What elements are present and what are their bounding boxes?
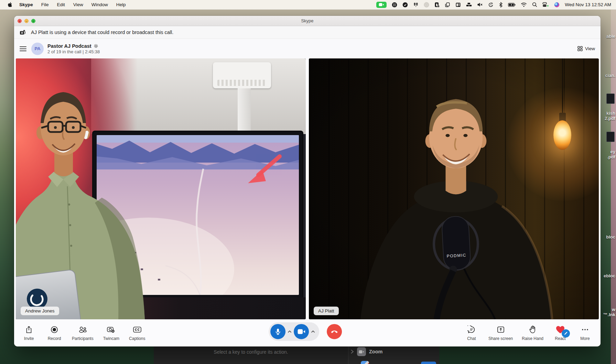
camera-active-indicator-icon[interactable] (376, 2, 387, 8)
menu-file[interactable]: File (37, 2, 53, 7)
desktop-icon-label[interactable]: cian. (605, 73, 615, 78)
sidebar-item-button[interactable] (421, 362, 436, 364)
video-tile-andrew-jones[interactable]: Andrew Jones (16, 58, 306, 319)
apple-menu-icon[interactable] (5, 2, 15, 8)
video-grid: Andrew Jones (14, 58, 601, 319)
desktop-icon-thumbnail[interactable] (606, 132, 615, 142)
menu-bar-menus: Skype File Edit View Window Help (0, 2, 130, 8)
hangup-icon (330, 327, 339, 336)
desktop-icon-label[interactable]: w ™.lnk (603, 307, 615, 317)
twincam-icon (107, 325, 116, 334)
twincam-button[interactable]: Twincam (103, 325, 119, 341)
siri-icon[interactable] (554, 2, 560, 8)
react-button[interactable]: React (552, 325, 568, 341)
grid-view-icon (577, 46, 583, 51)
background-app-canvas: Select a key to configure its action. (154, 346, 348, 364)
desktop-icon-label[interactable]: bloc (606, 234, 615, 240)
desktop: able cian. kish 2.pdf ey .pdf bloc ebloc… (0, 0, 616, 364)
shield-check-icon[interactable] (402, 2, 408, 8)
desktop-icon-label[interactable]: able (606, 34, 615, 39)
record-icon (50, 325, 58, 334)
microphone-options-chevron[interactable] (287, 329, 292, 334)
menu-help[interactable]: Help (112, 2, 130, 7)
desktop-icon-label-text: 2.pdf (605, 116, 615, 121)
minimize-window-button[interactable]: − (24, 19, 29, 23)
share-screen-button[interactable]: Share screen (488, 325, 513, 341)
zoom-window-button[interactable]: + (31, 19, 35, 23)
toolbar-right-group: Chat Share screen Raise Hand (464, 325, 601, 341)
airplay-rings-icon[interactable] (424, 2, 429, 8)
participants-button[interactable]: Participants (72, 325, 94, 341)
dropbox-icon[interactable] (413, 2, 419, 8)
battery-charging-icon[interactable] (508, 2, 516, 8)
menu-bar-clock[interactable]: Wed Nov 13 12:52 AM (565, 2, 611, 7)
window-titlebar[interactable]: × − + Skype (14, 16, 601, 26)
copy-clipboard-icon[interactable] (445, 2, 450, 8)
react-edit-badge-icon[interactable] (562, 329, 570, 338)
menu-edit[interactable]: Edit (53, 2, 69, 7)
desktop-icon-label-text: w (603, 307, 615, 312)
sidebar-item-label: Zoom (369, 349, 382, 354)
more-button[interactable]: More (577, 325, 593, 341)
close-window-button[interactable]: × (18, 19, 22, 23)
menu-view[interactable]: View (69, 2, 87, 7)
time-machine-icon[interactable] (488, 2, 494, 8)
desktop-icon-label-text: .pdf (607, 154, 615, 159)
background-app-hint-text: Select a key to configure its action. (214, 349, 288, 364)
toolbar-label: Chat (467, 336, 476, 341)
captions-button[interactable]: Captions (129, 325, 145, 341)
menu-skype[interactable]: Skype (15, 2, 37, 7)
conversation-avatar[interactable]: PA (31, 43, 44, 55)
camera-button[interactable] (294, 324, 309, 339)
participant-aj-platt: PODMIC (309, 58, 599, 319)
gear-icon[interactable] (94, 44, 98, 48)
desktop-icon-label-text: ebloc (604, 273, 615, 278)
menu-bar: Skype File Edit View Window Help (0, 0, 616, 10)
call-controls (269, 322, 342, 341)
calendar-widget-icon[interactable] (455, 2, 461, 8)
sidebar-item-zoom[interactable]: Zoom (350, 347, 382, 356)
desktop-icon-label[interactable]: kish 2.pdf (605, 111, 615, 121)
camera-icon (297, 328, 305, 334)
invite-share-icon (25, 325, 33, 334)
volume-muted-icon[interactable] (477, 2, 483, 8)
desktop-icon-thumbnail[interactable] (606, 93, 615, 104)
view-button[interactable]: View (577, 46, 595, 51)
spotlight-search-icon[interactable] (532, 2, 537, 8)
call-toolbar: Invite Record Participants (14, 319, 601, 346)
desktop-icon-label-text: bloc (606, 234, 615, 240)
camera-options-chevron[interactable] (310, 329, 316, 334)
call-header: PA Pastor AJ Podcast 2 of 19 in the call… (14, 39, 601, 58)
desktop-icon-label-text: able (606, 34, 615, 39)
desktop-icon-label[interactable]: ey .pdf (607, 149, 615, 159)
conversation-title: Pastor AJ Podcast (47, 43, 91, 49)
skype-window: × − + Skype AJ Platt is using a device t… (14, 16, 601, 346)
wifi-icon[interactable] (521, 2, 527, 8)
participant-name-label: Andrew Jones (21, 307, 59, 315)
view-button-label: View (585, 46, 595, 51)
bricks-app-icon[interactable] (466, 2, 472, 8)
desktop-icon-label-text: ey (607, 149, 615, 154)
chat-button[interactable]: Chat (464, 325, 479, 341)
toolbar-label: Record (48, 336, 61, 341)
more-dots-icon (581, 325, 589, 334)
invite-button[interactable]: Invite (21, 325, 37, 341)
sidebar-item-app-icon[interactable] (361, 361, 369, 364)
zoom-camera-icon (357, 347, 366, 356)
bluetooth-icon[interactable] (499, 2, 503, 8)
keypad-icon[interactable] (392, 2, 397, 8)
microphone-button[interactable] (270, 324, 285, 339)
video-tile-aj-platt[interactable]: PODMIC AJ Platt (309, 58, 599, 319)
record-button[interactable]: Record (46, 325, 62, 341)
toolbar-label: Share screen (488, 336, 513, 341)
hamburger-menu-icon[interactable] (20, 46, 26, 52)
end-call-button[interactable] (327, 324, 342, 339)
fast-user-switch-icon[interactable] (542, 2, 549, 8)
menu-window[interactable]: Window (87, 2, 112, 7)
participant-name-label: AJ Platt (314, 307, 339, 315)
desktop-icon-label[interactable]: ebloc (604, 273, 615, 278)
toolbar-label: Raise Hand (522, 336, 543, 341)
blocker-app-icon[interactable] (434, 2, 440, 8)
raise-hand-button[interactable]: Raise Hand (522, 325, 543, 341)
background-app-sidebar: Zoom (348, 346, 439, 364)
